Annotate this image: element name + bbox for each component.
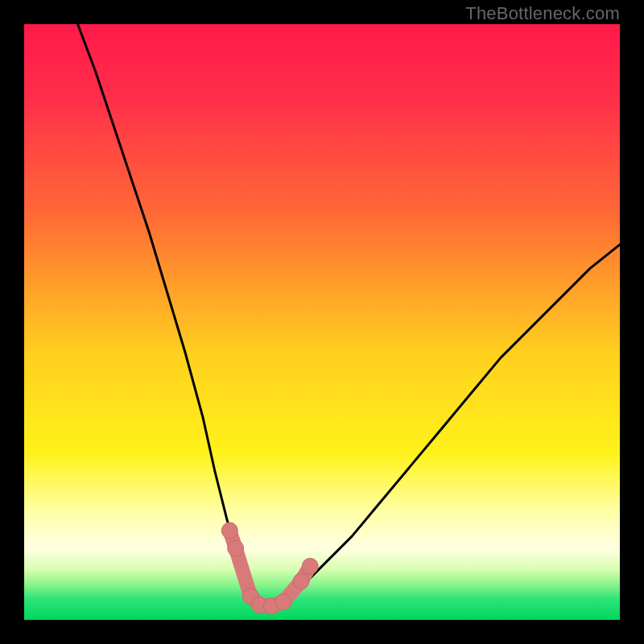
watermark-text: TheBottleneck.com [465, 3, 620, 24]
bottleneck-curve [78, 24, 620, 608]
outer-frame: TheBottleneck.com [0, 0, 644, 644]
marker-dot [228, 540, 244, 556]
plot-area [24, 24, 620, 620]
marker-dot [221, 522, 237, 539]
marker-dot [293, 573, 309, 589]
bottom-marker-path [229, 530, 310, 606]
chart-svg [24, 24, 620, 620]
marker-dot [302, 558, 318, 574]
marker-dot [275, 594, 291, 610]
